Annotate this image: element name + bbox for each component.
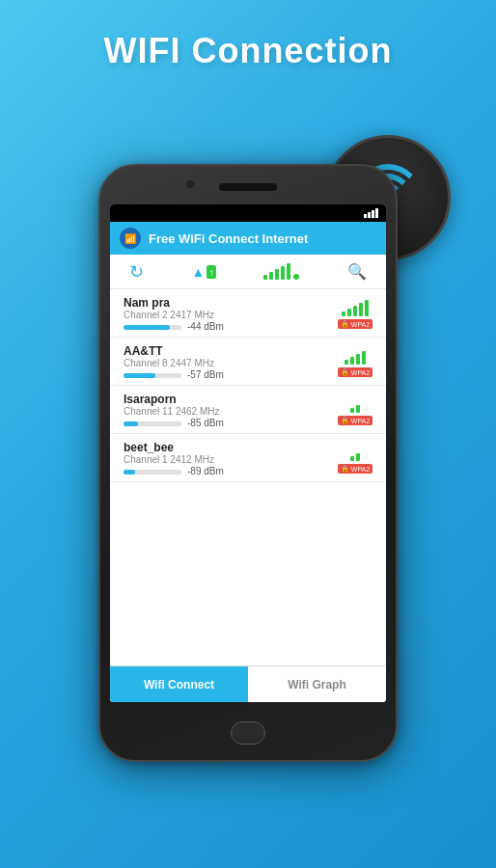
tab-bar: Wifi Connect Wifi Graph (110, 665, 386, 702)
wifi-channel-2: Channel 8 2447 MHz (124, 358, 326, 368)
wifi-dbm-2: -57 dBm (187, 369, 224, 380)
wifi-item-2[interactable]: AA&TT Channel 8 2447 MHz -57 dBm (110, 338, 386, 386)
wifi-dbm-3: -85 dBm (187, 418, 224, 428)
wifi-channel-4: Channel 1 2412 MHz (124, 454, 326, 465)
upload-icon[interactable]: ▲ ↑ (192, 264, 216, 280)
phone-camera (185, 179, 195, 189)
phone-shell: 📶 Free WiFi Connect Internet ↻ ▲ ↑ (98, 164, 398, 762)
wifi-info-4: beet_bee Channel 1 2412 MHz -89 dBm (124, 441, 326, 476)
home-button[interactable] (231, 721, 265, 745)
wifi-signal-right-3: 🔒 WPA2 (334, 395, 376, 425)
wifi-name-1: Nam pra (124, 296, 326, 310)
toolbar: ↻ ▲ ↑ 🔍 (110, 255, 386, 289)
wifi-name-4: beet_bee (124, 441, 326, 454)
app-header: 📶 Free WiFi Connect Internet (110, 222, 386, 255)
wifi-dbm-4: -89 dBm (187, 466, 224, 476)
wifi-signal-right-1: 🔒 WPA2 (334, 299, 376, 329)
refresh-icon[interactable]: ↻ (129, 261, 144, 283)
wifi-item-3[interactable]: Isaraporn Channel 11 2462 MHz -85 dBm (110, 386, 386, 434)
signal-strength-icon[interactable] (263, 263, 299, 280)
wifi-name-3: Isaraporn (124, 393, 326, 406)
app-icon: 📶 (120, 228, 141, 249)
wifi-info-1: Nam pra Channel 2 2417 MHz -44 dBm (124, 296, 326, 332)
wifi-name-2: AA&TT (124, 344, 326, 358)
wifi-info-2: AA&TT Channel 8 2447 MHz -57 dBm (124, 344, 326, 380)
tab-wifi-connect[interactable]: Wifi Connect (110, 666, 248, 702)
wpa2-badge-1: 🔒 WPA2 (338, 319, 372, 329)
wpa2-badge-2: 🔒 WPA2 (338, 367, 372, 377)
wifi-info-3: Isaraporn Channel 11 2462 MHz -85 dBm (124, 393, 326, 428)
app-title-header: WIFI Connection (0, 31, 496, 71)
wpa2-badge-3: 🔒 WPA2 (338, 416, 372, 425)
wifi-signal-right-4: 🔒 WPA2 (334, 444, 376, 474)
app-header-title: Free WiFi Connect Internet (149, 231, 308, 246)
wifi-item-4[interactable]: beet_bee Channel 1 2412 MHz -89 dBm (110, 434, 386, 482)
wifi-channel-1: Channel 2 2417 MHz (124, 310, 326, 320)
wpa2-badge-4: 🔒 WPA2 (338, 464, 372, 474)
search-icon[interactable]: 🔍 (347, 262, 367, 281)
wifi-list: Nam pra Channel 2 2417 MHz -44 dBm (110, 289, 386, 665)
phone-speaker (219, 183, 277, 191)
tab-wifi-graph[interactable]: Wifi Graph (248, 666, 386, 702)
wifi-signal-right-2: 🔒 WPA2 (334, 347, 376, 377)
phone-container: 📶 Free WiFi Connect Internet ↻ ▲ ↑ (98, 164, 398, 762)
status-bar (110, 204, 386, 222)
wifi-dbm-1: -44 dBm (187, 321, 224, 332)
wifi-item-1[interactable]: Nam pra Channel 2 2417 MHz -44 dBm (110, 289, 386, 338)
wifi-channel-3: Channel 11 2462 MHz (124, 406, 326, 417)
phone-screen: 📶 Free WiFi Connect Internet ↻ ▲ ↑ (110, 204, 386, 702)
